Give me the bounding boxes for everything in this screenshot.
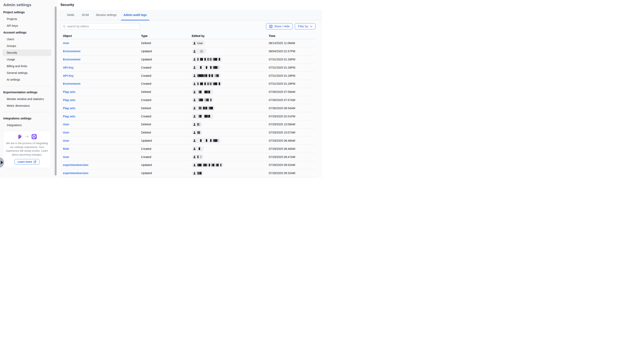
type-cell: Updated — [141, 172, 192, 175]
object-link[interactable]: Flag sets — [63, 98, 75, 102]
edited-by-cell — [192, 138, 269, 143]
object-link[interactable]: Environment — [63, 58, 80, 61]
table-row: UserDeletedUser08/14/2025 11:08AM — [60, 39, 316, 47]
object-link[interactable]: Environment — [63, 82, 80, 85]
sidebar-item-ai-settings[interactable]: AI settings — [0, 76, 54, 83]
object-link[interactable]: API Key — [63, 74, 74, 77]
object-cell: Flag sets — [63, 90, 141, 94]
edited-by-cell — [192, 65, 269, 70]
editor-chip — [192, 170, 204, 176]
table-row: EnvironmentUpdated08/04/2025 01:57PM — [60, 47, 316, 56]
arrow-right-icon — [24, 135, 29, 138]
object-cell: Environment — [63, 58, 141, 61]
edited-by-cell — [192, 130, 269, 135]
object-cell: Role — [63, 147, 141, 150]
filter-by-button[interactable]: Filter by — [295, 23, 316, 30]
person-icon — [193, 82, 196, 85]
object-link[interactable]: User — [63, 42, 69, 45]
time-cell: 07/29/2025 06:47AM — [269, 155, 316, 158]
person-icon — [193, 155, 196, 158]
main-header: Security — [58, 0, 322, 10]
edited-by-cell — [192, 162, 269, 168]
edited-by-cell — [192, 97, 269, 103]
person-icon — [193, 139, 196, 142]
statsig-new-logo — [31, 134, 37, 140]
sidebar-item-users[interactable]: Users — [0, 36, 54, 43]
sidebar-item-general-settings[interactable]: General settings — [0, 70, 54, 76]
person-icon — [193, 42, 196, 45]
edited-by-cell: User — [192, 40, 269, 46]
app-root: Admin settings Project settingsProjectsA… — [0, 0, 322, 178]
object-link[interactable]: User — [63, 139, 69, 142]
table-row: Flag setsCreated07/29/2025 02:01PM — [60, 112, 316, 120]
redacted-editor-name — [197, 123, 200, 126]
tab-admin-audit-logs[interactable]: Admin audit logs — [121, 10, 149, 20]
object-cell: Environment — [63, 82, 141, 85]
sidebar-item-api-keys[interactable]: API keys — [0, 22, 54, 29]
sidebar-item-groups[interactable]: Groups — [0, 43, 54, 50]
table-row: UserDeleted07/29/2025 10:08AM — [60, 120, 316, 128]
object-link[interactable]: Flag sets — [63, 115, 75, 118]
time-cell: 08/14/2025 11:08AM — [269, 42, 316, 45]
type-cell: Updated — [141, 139, 192, 142]
object-link[interactable]: experimentversion — [63, 163, 88, 166]
edited-by-cell — [192, 106, 269, 111]
person-icon — [193, 147, 196, 150]
column-header-edited-by: Edited by — [192, 34, 269, 38]
time-cell: 07/28/2025 09:52AM — [269, 163, 316, 166]
object-link[interactable]: User — [63, 131, 69, 134]
sidebar-item-monitor-window-and-statistics[interactable]: Monitor window and statistics — [0, 96, 54, 102]
time-cell: 07/29/2025 10:07AM — [269, 131, 316, 134]
learn-more-label: Learn more — [18, 160, 32, 163]
object-link[interactable]: Environment — [63, 50, 80, 53]
sidebar-item-metric-dimensions[interactable]: Metric dimensions — [0, 102, 54, 109]
search-input[interactable] — [67, 25, 138, 28]
object-cell: User — [63, 155, 141, 158]
type-cell: Created — [141, 115, 192, 118]
sidebar-scrollbar-thumb[interactable] — [55, 6, 56, 176]
type-cell: Updated — [141, 163, 192, 166]
sidebar: Admin settings Project settingsProjectsA… — [0, 0, 54, 178]
tab-session-settings[interactable]: Session settings — [93, 10, 119, 20]
toolbar: Show / Hide Filter by — [58, 20, 322, 33]
sidebar-item-billing-and-limits[interactable]: Billing and limits — [0, 63, 54, 70]
sidebar-item-projects[interactable]: Projects — [0, 16, 54, 22]
show-hide-button[interactable]: Show / Hide — [266, 23, 292, 30]
tab-saml[interactable]: SAML — [64, 10, 77, 20]
sidebar-section-account-settings: Account settings — [0, 29, 54, 36]
edited-by-cell — [192, 114, 269, 119]
type-cell: Deleted — [141, 123, 192, 126]
column-header-object: Object — [63, 34, 141, 38]
editor-chip — [192, 73, 221, 78]
redacted-editor-name — [197, 139, 219, 142]
sidebar-item-usage[interactable]: Usage — [0, 56, 54, 63]
tab-scim[interactable]: SCIM — [79, 10, 91, 20]
edited-by-cell — [192, 57, 269, 62]
editor-chip — [192, 138, 221, 143]
object-link[interactable]: Role — [63, 147, 69, 150]
object-cell: experimentversion — [63, 172, 141, 175]
sidebar-nav: Project settingsProjectsAPI keysAccount … — [0, 9, 54, 128]
redacted-editor-name — [197, 74, 219, 77]
object-link[interactable]: API Key — [63, 66, 74, 69]
table-row: Flag setsCreated07/30/2025 07:57AM — [60, 96, 316, 104]
editor-chip — [192, 154, 204, 160]
sidebar-item-integrations[interactable]: Integrations — [0, 122, 54, 128]
sidebar-item-security[interactable]: Security — [2, 50, 52, 56]
redacted-editor-name — [197, 98, 212, 101]
redacted-editor-name — [197, 172, 202, 174]
object-link[interactable]: User — [63, 155, 69, 158]
object-link[interactable]: Flag sets — [63, 106, 75, 110]
search-icon — [63, 25, 66, 28]
table-row: UserUpdated07/29/2025 06:48AM — [60, 137, 316, 145]
sidebar-scrollbar[interactable] — [54, 0, 57, 178]
object-link[interactable]: User — [63, 123, 69, 126]
time-cell: 07/31/2025 01:33PM — [269, 58, 316, 61]
tab-bar: SAMLSCIMSession settingsAdmin audit logs — [58, 10, 322, 20]
editor-chip — [192, 48, 206, 54]
redacted-editor-name — [197, 107, 213, 110]
object-link[interactable]: experimentversion — [63, 172, 88, 175]
object-link[interactable]: Flag sets — [63, 90, 75, 94]
learn-more-button[interactable]: Learn more — [14, 159, 40, 164]
column-header-type: Type — [141, 34, 192, 38]
